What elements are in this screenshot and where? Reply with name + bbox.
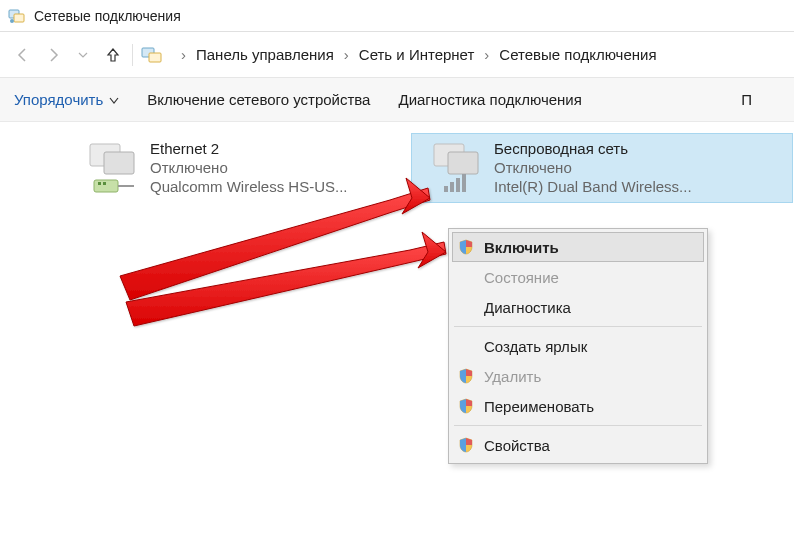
menu-label: Создать ярлык: [484, 338, 587, 355]
window-title: Сетевые подключения: [34, 8, 181, 24]
menu-item-delete: Удалить: [452, 361, 704, 391]
menu-item-status: Состояние: [452, 262, 704, 292]
svg-rect-7: [94, 180, 118, 192]
nav-forward-button[interactable]: [38, 40, 68, 70]
chevron-right-icon: ›: [181, 46, 186, 63]
connection-device: Qualcomm Wireless HS-US...: [150, 178, 348, 195]
window-icon: [8, 7, 26, 25]
svg-rect-14: [450, 182, 454, 192]
breadcrumb-item[interactable]: Сеть и Интернет: [359, 46, 475, 63]
diagnose-button[interactable]: Диагностика подключения: [398, 91, 581, 108]
connection-text: Ethernet 2 Отключено Qualcomm Wireless H…: [150, 140, 348, 196]
menu-label: Переименовать: [484, 398, 594, 415]
toolbar: Упорядочить Включение сетевого устройств…: [0, 78, 794, 122]
connection-item-wireless[interactable]: Беспроводная сеть Отключено Intel(R) Dua…: [412, 134, 792, 202]
menu-item-properties[interactable]: Свойства: [452, 430, 704, 460]
connection-status: Отключено: [494, 159, 692, 176]
content-area: Ethernet 2 Отключено Qualcomm Wireless H…: [0, 122, 794, 202]
svg-marker-17: [120, 188, 430, 300]
toolbar-overflow[interactable]: П: [741, 91, 752, 108]
menu-label: Включить: [484, 239, 559, 256]
connection-status: Отключено: [150, 159, 348, 176]
svg-rect-8: [98, 182, 101, 185]
menu-label: Удалить: [484, 368, 541, 385]
connection-text: Беспроводная сеть Отключено Intel(R) Dua…: [494, 140, 692, 196]
connection-item-ethernet[interactable]: Ethernet 2 Отключено Qualcomm Wireless H…: [68, 134, 448, 202]
context-menu: Включить Состояние Диагностика Создать я…: [448, 228, 708, 464]
connection-device: Intel(R) Dual Band Wireless...: [494, 178, 692, 195]
organize-button[interactable]: Упорядочить: [14, 91, 119, 108]
chevron-down-icon: [109, 91, 119, 108]
menu-label: Диагностика: [484, 299, 571, 316]
svg-point-2: [10, 19, 14, 23]
menu-label: Состояние: [484, 269, 559, 286]
connections-row: Ethernet 2 Отключено Qualcomm Wireless H…: [0, 134, 794, 202]
diagnose-label: Диагностика подключения: [398, 91, 581, 108]
breadcrumb-item[interactable]: Панель управления: [196, 46, 334, 63]
svg-rect-1: [14, 14, 24, 22]
svg-rect-6: [104, 152, 134, 174]
shield-icon: [458, 437, 474, 453]
ethernet-icon: [84, 140, 144, 196]
menu-separator: [454, 326, 702, 327]
shield-icon: [458, 368, 474, 384]
svg-rect-9: [103, 182, 106, 185]
connection-name: Ethernet 2: [150, 140, 348, 157]
menu-item-create-shortcut[interactable]: Создать ярлык: [452, 331, 704, 361]
enable-device-label: Включение сетевого устройства: [147, 91, 370, 108]
shield-icon: [458, 239, 474, 255]
chevron-right-icon: ›: [484, 46, 489, 63]
breadcrumb-icon: [141, 45, 165, 65]
organize-label: Упорядочить: [14, 91, 103, 108]
nav-dropdown-button[interactable]: [68, 40, 98, 70]
nav-back-button[interactable]: [8, 40, 38, 70]
svg-marker-20: [418, 232, 446, 268]
svg-marker-19: [126, 242, 446, 326]
svg-rect-15: [456, 178, 460, 192]
enable-device-button[interactable]: Включение сетевого устройства: [147, 91, 370, 108]
wifi-icon: [428, 140, 488, 196]
chevron-right-icon: ›: [344, 46, 349, 63]
menu-item-rename[interactable]: Переименовать: [452, 391, 704, 421]
menu-label: Свойства: [484, 437, 550, 454]
breadcrumb[interactable]: › Панель управления › Сеть и Интернет › …: [171, 46, 786, 63]
toolbar-overflow-label: П: [741, 91, 752, 108]
menu-item-enable[interactable]: Включить: [452, 232, 704, 262]
shield-icon: [458, 398, 474, 414]
svg-rect-4: [149, 53, 161, 62]
navbar: › Панель управления › Сеть и Интернет › …: [0, 32, 794, 78]
connection-name: Беспроводная сеть: [494, 140, 692, 157]
menu-item-diagnostics[interactable]: Диагностика: [452, 292, 704, 322]
nav-up-button[interactable]: [98, 40, 128, 70]
titlebar: Сетевые подключения: [0, 0, 794, 32]
menu-separator: [454, 425, 702, 426]
svg-rect-13: [444, 186, 448, 192]
nav-separator: [132, 44, 133, 66]
svg-rect-16: [462, 174, 466, 192]
svg-rect-12: [448, 152, 478, 174]
breadcrumb-item[interactable]: Сетевые подключения: [499, 46, 656, 63]
